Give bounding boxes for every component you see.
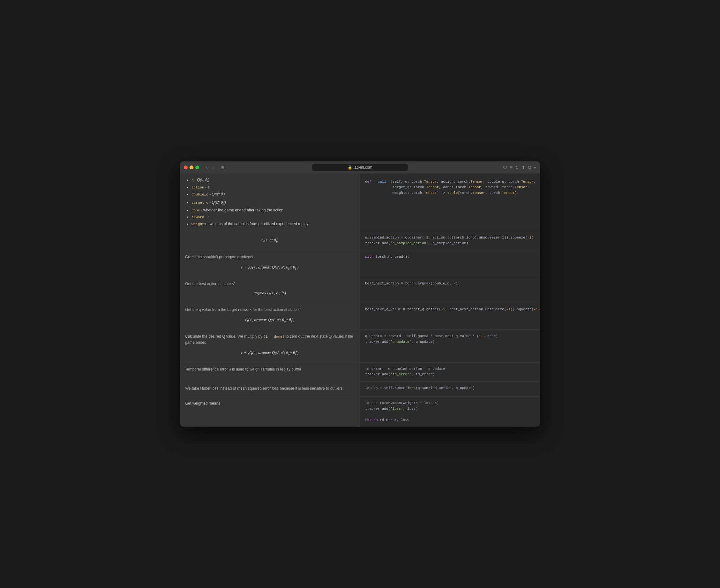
param-reward: reward [192, 215, 204, 219]
row-q-sample: Q(s, a; θi) q_sampled_action = q.gather(… [180, 231, 540, 250]
code-weighted-mean-1: loss = torch.mean(weights * losses) [365, 400, 535, 406]
code-weighted-mean-2: tracker.add('loss', loss) [365, 406, 535, 412]
code-line-1: def __call__(self, q: torch.Tensor, acti… [365, 179, 450, 185]
q-update-title: Calculate the desired Q value. We multip… [185, 334, 355, 345]
explanation-best-action: Get the best action at state s′ argmax Q… [180, 277, 360, 302]
explanation-q-update: Calculate the desired Q value. We multip… [180, 330, 360, 362]
row-huber-loss: We take Huber loss instead of mean squar… [180, 382, 540, 397]
list-item-target-q: target_q - Q(s′; θi-) [192, 198, 355, 207]
explanation-no-grad: Gradients shouldn't propagate gradients … [180, 250, 360, 277]
code-td-error: td_error = q_sampled_action - q_update t… [360, 362, 540, 381]
minimize-button[interactable] [189, 166, 194, 169]
shield-icon[interactable]: 🛡 [503, 165, 507, 170]
code-best-action: best_next_action = torch.argmax(double_q… [360, 277, 540, 302]
list-item-reward: reward - r [192, 214, 355, 220]
parameter-list: q - Q(s; θi) action - a double_q - Q(s′;… [185, 177, 355, 228]
sidebar-toggle-button[interactable]: ⊞ [218, 164, 227, 171]
url-input[interactable] [312, 164, 408, 171]
list-item-double-q: double_q - Q(s′; θi) [192, 191, 355, 198]
best-action-title: Get the best action at state s′ [185, 281, 355, 287]
nav-buttons: ‹ › [204, 164, 216, 171]
td-error-title: Temporal difference error δ is used to w… [185, 366, 355, 372]
share-icon[interactable]: ⬆ [521, 165, 525, 170]
code-line-3: weights: torch.Tensor) -> Tuple[torch.Te… [365, 190, 450, 196]
formula-q-value-target: Q(s′, argmax Q(s′, a′; θi); θi-) [185, 314, 355, 326]
no-grad-title: Gradients shouldn't propagate gradients [185, 254, 355, 260]
row-q-update: Calculate the desired Q value. We multip… [180, 330, 540, 362]
browser-window: ‹ › ⊞ 🛡 ≡ ↻ ⬆ ⧉ + q - Q(s; θi) action - … [180, 161, 540, 427]
weighted-mean-title: Get weighted means [185, 400, 355, 406]
close-button[interactable] [184, 166, 188, 169]
list-item-action: action - a [192, 184, 355, 191]
call-signature-code: def __call__(self, q: torch.Tensor, acti… [365, 177, 450, 199]
maximize-button[interactable] [195, 166, 199, 169]
code-weighted-mean: loss = torch.mean(weights * losses) trac… [360, 397, 540, 427]
param-action: action [192, 186, 204, 189]
menu-icon[interactable]: ≡ [510, 165, 513, 170]
code-q-value-target-1: best_next_q_value = target_q.gather(-1, … [365, 307, 535, 313]
param-q: q [192, 178, 194, 182]
code-q-update-2: tracker.add('q_update', q_update) [365, 339, 535, 345]
url-bar [312, 164, 408, 171]
code-q-sample-1: q_sampled_action = q.gather(-1, action.t… [365, 235, 535, 241]
toolbar-right: 🛡 ≡ ↻ ⬆ ⧉ + [503, 165, 536, 170]
code-q-update: q_update = reward + self.gamma * best_ne… [360, 330, 540, 362]
explanation-q-value-target: Get the q value from the target network … [180, 303, 360, 329]
code-td-error-1: td_error = q_sampled_action - q_update [365, 366, 535, 372]
formula-no-grad: r + γQ(s′, argmax Q(s′, a′; θi); θi-) [185, 261, 355, 273]
code-weighted-mean-3 [365, 412, 535, 417]
refresh-icon[interactable]: ↻ [515, 165, 519, 170]
top-section: q - Q(s; θi) action - a double_q - Q(s′;… [180, 173, 540, 231]
code-line-2: target_q: torch.Tensor, done: torch.Tens… [365, 185, 450, 190]
param-weights: weights [192, 222, 206, 226]
row-td-error: Temporal difference error δ is used to w… [180, 362, 540, 382]
row-no-grad: Gradients shouldn't propagate gradients … [180, 250, 540, 277]
code-huber-loss-1: losses = self.huber_loss(q_sampled_actio… [365, 385, 535, 391]
explanation-td-error: Temporal difference error δ is used to w… [180, 362, 360, 381]
tab-icon[interactable]: ⧉ [528, 165, 531, 170]
code-huber-loss: losses = self.huber_loss(q_sampled_actio… [360, 382, 540, 396]
list-item-q: q - Q(s; θi) [192, 177, 355, 184]
explanation-huber-loss: We take Huber loss instead of mean squar… [180, 382, 360, 396]
main-content: q - Q(s; θi) action - a double_q - Q(s′;… [180, 173, 540, 427]
back-button[interactable]: ‹ [204, 164, 210, 171]
row-q-value-target: Get the q value from the target network … [180, 303, 540, 330]
call-signature-panel: def __call__(self, q: torch.Tensor, acti… [360, 173, 540, 231]
titlebar: ‹ › ⊞ 🛡 ≡ ↻ ⬆ ⧉ + [180, 161, 540, 173]
list-item-weights: weights - weights of the samples from pr… [192, 220, 355, 228]
row-weighted-mean: Get weighted means loss = torch.mean(wei… [180, 397, 540, 427]
traffic-lights [184, 166, 199, 169]
forward-button[interactable]: › [210, 164, 216, 171]
add-tab-icon[interactable]: + [534, 165, 536, 170]
param-double-q: double_q [192, 193, 208, 196]
code-q-value-target: best_next_q_value = target_q.gather(-1, … [360, 303, 540, 329]
code-best-action-1: best_next_action = torch.argmax(double_q… [365, 281, 535, 287]
code-td-error-2: tracker.add('td_error', td_error) [365, 372, 535, 378]
row-best-action: Get the best action at state s′ argmax Q… [180, 277, 540, 303]
code-no-grad-1: with torch.no_grad(): [365, 254, 535, 260]
bullet-list-panel: q - Q(s; θi) action - a double_q - Q(s′;… [180, 173, 360, 231]
formula-q-update: r + γQ(s′, argmax Q(s′, a′; θi); θi-) [185, 346, 355, 358]
param-done: done [192, 209, 200, 212]
formula-best-action: argmax Q(s′, a′; θi) [185, 288, 355, 299]
formula-q-sample: Q(s, a; θi) [185, 235, 355, 246]
q-value-target-title: Get the q value from the target network … [185, 307, 355, 313]
code-q-sample-2: tracker.add('q_sampled_action', q_sample… [365, 241, 535, 247]
explanation-weighted-mean: Get weighted means [180, 397, 360, 427]
code-no-grad: with torch.no_grad(): [360, 250, 540, 277]
code-weighted-mean-4: return td_error, loss [365, 417, 535, 423]
explanation-q-sample: Q(s, a; θi) [180, 231, 360, 250]
code-q-update-1: q_update = reward + self.gamma * best_ne… [365, 334, 535, 339]
param-target-q: target_q [192, 201, 208, 205]
list-item-done: done - whether the game ended after taki… [192, 207, 355, 214]
code-q-sample: q_sampled_action = q.gather(-1, action.t… [360, 231, 540, 250]
huber-loss-title: We take Huber loss instead of mean squar… [185, 385, 355, 391]
